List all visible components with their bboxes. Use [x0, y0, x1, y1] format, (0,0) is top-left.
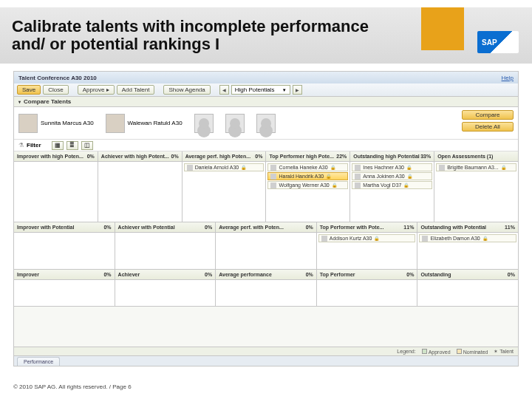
grid-cell[interactable]: Improver with Potential0% [14, 222, 115, 269]
lock-icon: 🔒 [501, 165, 506, 170]
chart-icon: ◫ [84, 142, 90, 149]
cell-percent: 11% [505, 225, 515, 230]
cell-title: Improver with high Poten... [17, 154, 83, 159]
lock-icon: 🔒 [374, 236, 379, 241]
grid-cell-header: Average performance0% [216, 270, 316, 280]
toolbar: Save Close Approve ▸ Add Talent Show Age… [14, 83, 518, 97]
grid-cell[interactable]: Achiever0% [115, 270, 216, 306]
grid-cell[interactable]: Achiever with high Potent...0% [98, 151, 183, 222]
grid-cell[interactable]: Improver0% [14, 270, 115, 306]
cell-percent: 0% [103, 272, 111, 277]
grid-cell[interactable]: Outstanding with Potential11%Elizabeth D… [417, 222, 518, 269]
potential-dropdown[interactable]: High Potentials ▼ [231, 85, 290, 95]
show-agenda-button[interactable]: Show Agenda [163, 85, 210, 95]
talent-chip[interactable]: Daniela Arnold A30🔒 [184, 163, 265, 171]
talent-chip[interactable]: Elizabeth Damon A30🔒 [419, 234, 516, 242]
sap-logo: SAP [477, 31, 519, 53]
prev-button[interactable]: ◀ [219, 85, 229, 95]
talent-card[interactable]: Walewan Ratuld A30 [106, 114, 183, 133]
grid-cell-body: Brigitte Baumann A3...🔒 [434, 162, 518, 222]
chevron-right-icon: ▶ [296, 87, 299, 92]
next-button[interactable]: ▶ [293, 85, 302, 95]
help-link[interactable]: Help [502, 75, 514, 81]
grid-cell[interactable]: Top Performer high Pote...22%Cornelia Ha… [266, 151, 350, 222]
cell-title: Top Performer with Pote... [320, 225, 384, 230]
talent-grid: Improver with high Poten...0%Achiever wi… [14, 151, 518, 347]
filter-label: Filter [27, 142, 41, 149]
grid-cell[interactable]: Average performance0% [216, 270, 317, 306]
grid-cell-body [317, 280, 417, 306]
grid-cell[interactable]: Top Performer0% [317, 270, 418, 306]
compare-section-header[interactable]: ▾ Compare Talents [14, 97, 518, 107]
chip-label: Anna Jokinen A30 [363, 174, 404, 179]
approve-button[interactable]: Approve ▸ [78, 85, 115, 95]
grid-cell[interactable]: Average perf. with Poten...0% [216, 222, 317, 269]
grid-cell-header: Outstanding high Potential33% [350, 151, 434, 162]
person-icon [321, 236, 327, 242]
view-grid-button[interactable]: ▦ [52, 141, 64, 150]
talent-chip[interactable]: Harald Handrik A30🔒 [267, 172, 348, 180]
legend-approved: Approved [429, 349, 451, 355]
cell-percent: 0% [205, 272, 212, 277]
chip-label: Cornelia Haneke A30 [279, 165, 327, 170]
grid-cell-body [14, 162, 98, 222]
grid-cell[interactable]: Top Performer with Pote...11%Addison Kur… [317, 222, 418, 269]
lock-icon: 🔒 [406, 165, 412, 170]
window-title: Talent Conference A30 2010 [18, 75, 97, 81]
grid-cell-body: Elizabeth Damon A30🔒 [417, 233, 518, 269]
save-button[interactable]: Save [17, 85, 41, 95]
grid-cell[interactable]: Outstanding0% [417, 270, 518, 306]
compare-button[interactable]: Compare [462, 110, 514, 120]
cell-percent: 0% [255, 154, 262, 159]
talent-card[interactable]: Sunnita Marcus A30 [18, 114, 94, 133]
grid-cell[interactable]: Improver with high Poten...0% [14, 151, 98, 222]
grid-cell-header: Achiever0% [115, 270, 216, 280]
cell-title: Top Performer [320, 272, 355, 277]
legend-swatch [457, 349, 462, 354]
lock-icon: 🔒 [332, 183, 337, 188]
talent-chip[interactable]: Wolfgang Werner A30🔒 [267, 181, 348, 189]
tab-performance[interactable]: Performance [17, 357, 60, 366]
talent-chip[interactable]: Cornelia Haneke A30🔒 [267, 163, 348, 171]
cell-title: Outstanding [420, 272, 451, 277]
grid-cell-header: Improver with Potential0% [14, 222, 115, 233]
grid-cell[interactable]: Open Assessments (1)Brigitte Baumann A3.… [434, 151, 518, 222]
grid-cell[interactable]: Achiever with Potential0% [115, 222, 216, 269]
grid-cell-body: Cornelia Haneke A30🔒Harald Handrik A30🔒W… [266, 162, 349, 222]
grid-cell-body: Ines Hachner A30🔒Anna Jokinen A30🔒Martha… [350, 162, 434, 222]
chip-label: Elizabeth Damon A30 [430, 236, 480, 241]
talent-placeholder[interactable] [225, 114, 245, 133]
grid-cell[interactable]: Average perf. high Poten...0%Daniela Arn… [183, 151, 267, 222]
talent-chip[interactable]: Ines Hachner A30🔒 [352, 163, 432, 171]
talent-chip[interactable]: Anna Jokinen A30🔒 [352, 172, 432, 180]
person-icon [355, 183, 361, 188]
view-list-button[interactable]: ≣ [66, 141, 78, 150]
grid-cell-body: Addison Kurtz A30🔒 [317, 233, 417, 269]
talent-chip[interactable]: Brigitte Baumann A3...🔒 [436, 163, 516, 171]
talent-name: Walewan Ratuld A30 [128, 120, 183, 126]
grid-cell[interactable]: Outstanding high Potential33%Ines Hachne… [350, 151, 434, 222]
bottom-tabs: Performance [14, 355, 518, 366]
talent-name: Sunnita Marcus A30 [41, 120, 94, 126]
grid-cell-header: Top Performer with Pote...11% [317, 222, 417, 233]
cell-percent: 11% [403, 225, 414, 230]
cell-percent: 0% [103, 225, 111, 230]
person-icon [439, 165, 445, 171]
lock-icon: 🔒 [407, 174, 412, 179]
talent-placeholder[interactable] [194, 114, 214, 133]
grid-cell-body [216, 280, 316, 306]
talent-placeholder[interactable] [256, 114, 276, 133]
avatar [106, 114, 125, 133]
delete-all-button[interactable]: Delete All [462, 122, 514, 132]
add-talent-button[interactable]: Add Talent [117, 85, 155, 95]
compare-talents-row: Sunnita Marcus A30 Walewan Ratuld A30 Co… [14, 107, 518, 140]
close-button[interactable]: Close [43, 85, 68, 95]
legend-nominated: Nominated [463, 349, 488, 355]
talent-chip[interactable]: Martha Vogl D37🔒 [352, 181, 432, 189]
view-chart-button[interactable]: ◫ [81, 141, 93, 150]
slide-title: Calibrate talents with incomplete perfor… [0, 18, 377, 53]
person-icon [270, 174, 276, 180]
person-icon [422, 236, 428, 242]
talent-chip[interactable]: Addison Kurtz A30🔒 [318, 234, 416, 242]
grid-cell-body [115, 233, 216, 269]
